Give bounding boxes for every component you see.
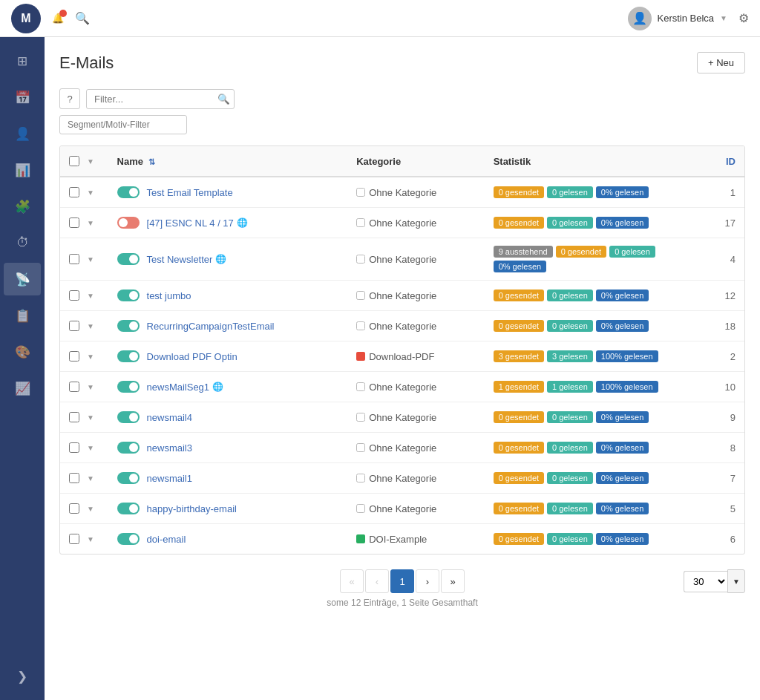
email-name-link[interactable]: Download PDF Optin	[147, 351, 238, 362]
email-name-link[interactable]: Test Newsletter	[147, 254, 213, 265]
per-page-select[interactable]: 30 50 100	[684, 571, 727, 592]
segment-filter-input[interactable]	[59, 115, 187, 134]
page-current-button[interactable]: 1	[390, 569, 414, 593]
row-dropdown[interactable]: ▼	[83, 288, 98, 303]
row-dropdown[interactable]: ▼	[83, 501, 98, 516]
row-dropdown[interactable]: ▼	[83, 215, 98, 230]
category-checkbox[interactable]	[356, 474, 365, 483]
row-checkbox[interactable]	[69, 473, 79, 483]
row-checkbox[interactable]	[69, 254, 79, 264]
row-checkbox[interactable]	[69, 382, 79, 392]
select-all-checkbox[interactable]	[69, 156, 79, 166]
page-prev-button[interactable]: ‹	[365, 569, 389, 593]
row-checkbox[interactable]	[69, 412, 79, 422]
row-dropdown[interactable]: ▼	[83, 410, 98, 425]
toggle-switch[interactable]	[117, 411, 140, 423]
row-dropdown[interactable]: ▼	[83, 252, 98, 266]
row-checkbox[interactable]	[69, 290, 79, 301]
toggle-switch[interactable]	[117, 217, 140, 229]
category-checkbox[interactable]	[356, 255, 365, 264]
table-row: ▼ Download PDF Optin Download-PDF 3 gese…	[60, 341, 744, 372]
stat-badge: 0% gelesen	[596, 411, 649, 423]
category-checkbox[interactable]	[356, 504, 365, 513]
toggle-switch[interactable]	[117, 186, 140, 198]
row-dropdown[interactable]: ▼	[83, 531, 98, 546]
category-cell: DOI-Example	[356, 534, 475, 545]
toggle-switch[interactable]	[117, 503, 140, 514]
row-dropdown[interactable]: ▼	[83, 318, 98, 333]
email-name-link[interactable]: happy-birthday-email	[147, 503, 237, 514]
row-dropdown[interactable]: ▼	[83, 379, 98, 394]
toggle-switch[interactable]	[117, 320, 140, 332]
sidebar-item-dashboard[interactable]: ⊞	[4, 45, 41, 77]
email-name-link[interactable]: doi-email	[147, 534, 186, 545]
row-checkbox[interactable]	[69, 217, 79, 228]
category-checkbox[interactable]	[356, 321, 365, 330]
row-dropdown[interactable]: ▼	[83, 471, 98, 485]
category-label: DOI-Example	[369, 534, 427, 545]
category-checkbox[interactable]	[356, 218, 365, 227]
new-button[interactable]: + Neu	[697, 52, 745, 73]
filter-help-button[interactable]: ?	[59, 88, 80, 109]
page-first-button[interactable]: «	[340, 569, 364, 593]
email-name-link[interactable]: newsmail3	[147, 442, 192, 454]
sidebar-item-segments[interactable]: 📊	[4, 154, 41, 186]
sidebar-item-plugins[interactable]: 📈	[4, 372, 41, 405]
sidebar-item-reports[interactable]: 📋	[4, 299, 41, 332]
toggle-switch[interactable]	[117, 290, 140, 301]
email-name-link[interactable]: RecurringCampaignTestEmail	[147, 321, 275, 332]
row-checkbox[interactable]	[69, 442, 79, 453]
email-name-link[interactable]: newsmail4	[147, 412, 192, 423]
sidebar-collapse[interactable]: ❯	[4, 660, 41, 693]
toggle-switch[interactable]	[117, 472, 140, 484]
email-name-link[interactable]: Test Email Template	[147, 187, 233, 198]
row-dropdown[interactable]: ▼	[83, 185, 98, 200]
sidebar-item-channels[interactable]: 📡	[4, 263, 41, 295]
row-checkbox[interactable]	[69, 503, 79, 514]
row-checkbox[interactable]	[69, 187, 79, 197]
filter-search-button[interactable]: 🔍	[212, 89, 235, 109]
toggle-switch[interactable]	[117, 350, 140, 362]
header-name[interactable]: Name ⇅	[108, 146, 348, 177]
email-name-link[interactable]: [47] ESNC NL 4 / 17	[147, 217, 234, 229]
stat-badge: 0 gelesen	[547, 320, 593, 332]
filter-input-wrap: 🔍	[86, 89, 235, 109]
category-checkbox[interactable]	[356, 188, 365, 197]
select-dropdown[interactable]: ▼	[83, 154, 98, 169]
toggle-switch[interactable]	[117, 533, 140, 545]
page-next-button[interactable]: ›	[416, 569, 439, 593]
sidebar-item-components[interactable]: 🧩	[4, 190, 41, 223]
category-label: Ohne Kategorie	[369, 254, 436, 265]
category-checkbox[interactable]	[356, 443, 365, 452]
per-page-arrow[interactable]: ▼	[727, 569, 745, 593]
category-checkbox[interactable]	[356, 413, 365, 422]
page-last-button[interactable]: »	[441, 569, 465, 593]
stat-badge: 1 gelesen	[547, 381, 593, 393]
sidebar-item-contacts[interactable]: 👤	[4, 117, 41, 150]
notifications-bell[interactable]: 🔔	[52, 13, 64, 24]
sidebar-item-calendar[interactable]: 📅	[4, 81, 41, 114]
row-dropdown[interactable]: ▼	[83, 349, 98, 364]
stat-badge: 0 gelesen	[547, 442, 593, 454]
stats-cell: 0 gesendet0 gelesen0% gelesen	[494, 217, 681, 229]
email-name-link[interactable]: test jumbo	[147, 290, 191, 301]
toggle-switch[interactable]	[117, 442, 140, 454]
row-checkbox[interactable]	[69, 534, 79, 544]
row-checkbox[interactable]	[69, 321, 79, 331]
toggle-switch[interactable]	[117, 253, 140, 265]
user-menu[interactable]: 👤 Kerstin Belca ▼	[628, 7, 728, 30]
search-icon[interactable]: 🔍	[75, 11, 90, 25]
category-checkbox[interactable]	[356, 382, 365, 391]
row-checkbox[interactable]	[69, 351, 79, 362]
toggle-switch[interactable]	[117, 381, 140, 393]
id-cell: 4	[689, 238, 744, 281]
stats-cell: 9 ausstehend0 gesendet0 gelesen0% gelese…	[494, 246, 681, 272]
sidebar-item-themes[interactable]: 🎨	[4, 336, 41, 368]
email-name-link[interactable]: newsmail1	[147, 473, 192, 484]
globe-icon: 🌐	[215, 254, 226, 264]
sidebar-item-points[interactable]: ⏱	[4, 226, 41, 259]
row-dropdown[interactable]: ▼	[83, 440, 98, 455]
category-checkbox[interactable]	[356, 291, 365, 300]
settings-icon[interactable]: ⚙	[738, 11, 749, 25]
email-name-link[interactable]: newsMailSeg1	[147, 382, 210, 393]
